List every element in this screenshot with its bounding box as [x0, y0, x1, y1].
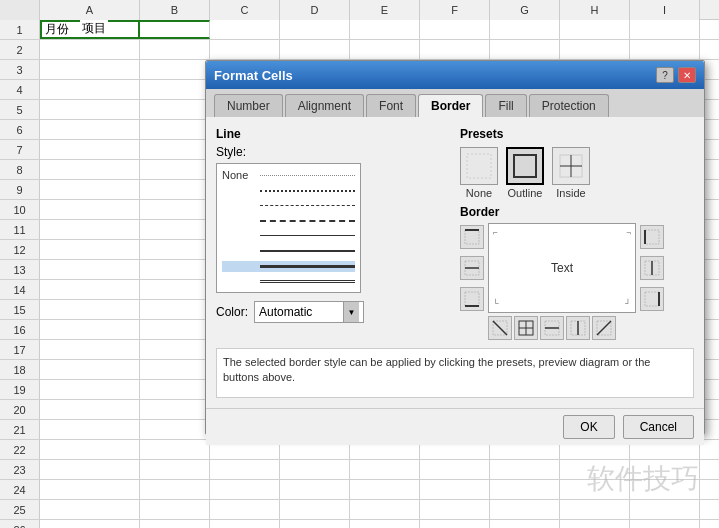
border-inner-v-btn[interactable]	[566, 316, 590, 340]
cell[interactable]	[140, 200, 210, 219]
line-dotted-2[interactable]	[260, 190, 355, 192]
line-double[interactable]	[260, 280, 355, 283]
cell[interactable]	[40, 60, 140, 79]
cell[interactable]	[490, 500, 560, 519]
line-style-solid-thick[interactable]	[222, 261, 355, 272]
cell-e1[interactable]	[350, 20, 420, 39]
preset-outline-button[interactable]: Outline	[506, 147, 544, 199]
border-diag-up-btn[interactable]	[592, 316, 616, 340]
line-solid-thin[interactable]	[260, 235, 355, 236]
col-header-d[interactable]: D	[280, 0, 350, 20]
cell[interactable]	[140, 220, 210, 239]
color-select-dropdown[interactable]: Automatic ▼	[254, 301, 364, 323]
cell[interactable]	[140, 240, 210, 259]
line-dashed-md[interactable]	[260, 220, 355, 222]
cell[interactable]	[140, 120, 210, 139]
cell[interactable]	[40, 160, 140, 179]
cell[interactable]	[40, 340, 140, 359]
cell[interactable]	[40, 400, 140, 419]
cell[interactable]	[140, 480, 210, 499]
tab-alignment[interactable]: Alignment	[285, 94, 364, 117]
line-style-dashed-sm[interactable]	[222, 200, 355, 211]
preset-outline-icon[interactable]	[506, 147, 544, 185]
cell[interactable]	[40, 260, 140, 279]
cell-b1[interactable]	[140, 20, 210, 39]
border-inner-h-btn[interactable]	[540, 316, 564, 340]
cell[interactable]	[140, 500, 210, 519]
border-bottom-right-btn[interactable]	[640, 287, 664, 311]
cell[interactable]	[210, 520, 280, 528]
border-preview-box[interactable]: ⌐ ¬ Text └ ┘	[488, 223, 636, 313]
cell[interactable]	[140, 40, 210, 59]
cell[interactable]	[280, 40, 350, 59]
cell[interactable]	[140, 60, 210, 79]
cell[interactable]	[210, 40, 280, 59]
tab-number[interactable]: Number	[214, 94, 283, 117]
line-solid-medium[interactable]	[260, 250, 355, 252]
cell[interactable]	[490, 40, 560, 59]
cell[interactable]	[350, 480, 420, 499]
line-style-dashed-md[interactable]	[222, 215, 355, 226]
cell[interactable]	[140, 380, 210, 399]
preset-inside-icon[interactable]	[552, 147, 590, 185]
cell[interactable]	[280, 480, 350, 499]
border-middle-left-btn[interactable]	[460, 256, 484, 280]
cell[interactable]	[210, 480, 280, 499]
cell[interactable]	[420, 500, 490, 519]
ok-button[interactable]: OK	[563, 415, 614, 439]
col-header-c[interactable]: C	[210, 0, 280, 20]
cell[interactable]	[280, 460, 350, 479]
cell[interactable]	[40, 380, 140, 399]
border-diag-down-btn[interactable]	[488, 316, 512, 340]
cell[interactable]	[280, 500, 350, 519]
cell[interactable]	[40, 420, 140, 439]
cell[interactable]	[40, 320, 140, 339]
line-solid-thick[interactable]	[260, 265, 355, 268]
tab-fill[interactable]: Fill	[485, 94, 526, 117]
cell[interactable]	[490, 480, 560, 499]
cell-f1[interactable]	[420, 20, 490, 39]
line-style-solid-medium[interactable]	[222, 246, 355, 257]
cell[interactable]	[140, 420, 210, 439]
cell[interactable]	[40, 180, 140, 199]
cell[interactable]	[490, 460, 560, 479]
cell[interactable]	[420, 460, 490, 479]
dialog-close-button[interactable]: ✕	[678, 67, 696, 83]
line-style-solid-thin[interactable]	[222, 230, 355, 241]
cell[interactable]	[140, 280, 210, 299]
cell[interactable]	[40, 520, 140, 528]
cell[interactable]	[40, 460, 140, 479]
cell[interactable]	[40, 360, 140, 379]
cell[interactable]	[490, 520, 560, 528]
cell[interactable]	[40, 240, 140, 259]
cell[interactable]	[40, 500, 140, 519]
cell[interactable]	[560, 460, 630, 479]
cell[interactable]	[140, 400, 210, 419]
col-header-e[interactable]: E	[350, 0, 420, 20]
cell[interactable]	[40, 480, 140, 499]
tab-protection[interactable]: Protection	[529, 94, 609, 117]
cell[interactable]	[350, 460, 420, 479]
cell[interactable]	[560, 40, 630, 59]
cell[interactable]	[140, 300, 210, 319]
cell[interactable]	[40, 440, 140, 459]
dialog-help-button[interactable]: ?	[656, 67, 674, 83]
col-header-a[interactable]: A	[40, 0, 140, 20]
cell[interactable]	[210, 460, 280, 479]
cell[interactable]	[350, 520, 420, 528]
cell[interactable]	[140, 100, 210, 119]
tab-border[interactable]: Border	[418, 94, 483, 117]
col-header-b[interactable]: B	[140, 0, 210, 20]
line-style-dotted[interactable]	[222, 185, 355, 196]
border-all-btn[interactable]	[514, 316, 538, 340]
cell[interactable]	[350, 500, 420, 519]
cell[interactable]	[420, 480, 490, 499]
cell-c1[interactable]	[210, 20, 280, 39]
cell[interactable]	[630, 460, 700, 479]
border-bottom-left-btn[interactable]	[460, 287, 484, 311]
cell[interactable]	[40, 100, 140, 119]
col-header-h[interactable]: H	[560, 0, 630, 20]
cell[interactable]	[40, 140, 140, 159]
cell[interactable]	[560, 500, 630, 519]
line-style-none[interactable]: None	[222, 169, 355, 181]
